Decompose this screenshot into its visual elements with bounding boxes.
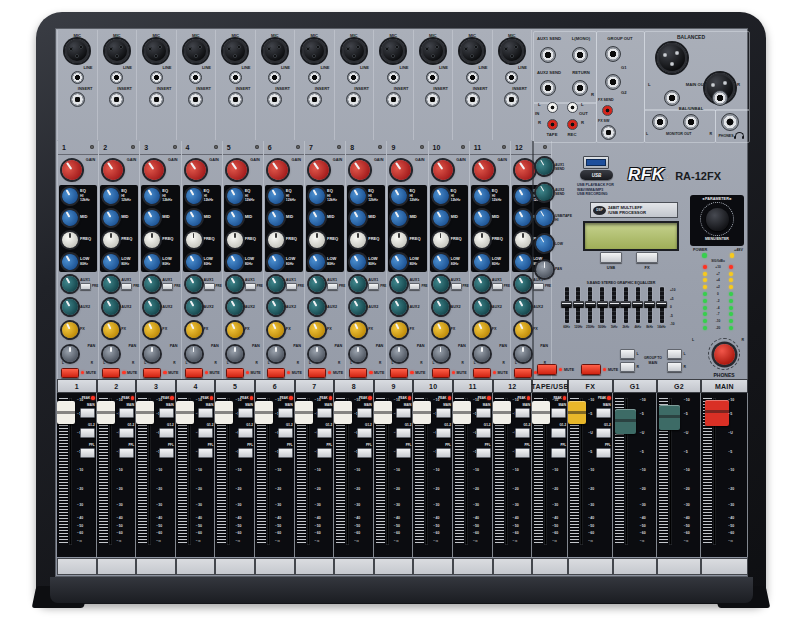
pan-knob[interactable]: [309, 346, 325, 362]
mute-button[interactable]: [61, 368, 79, 378]
fx-knob[interactable]: [224, 319, 245, 340]
geq-band-slider[interactable]: [612, 287, 616, 323]
pan-knob[interactable]: [268, 346, 284, 362]
aux2-knob[interactable]: [512, 296, 534, 318]
mute-button[interactable]: [349, 368, 367, 378]
fx-knob[interactable]: [265, 319, 286, 340]
mute-button[interactable]: [226, 368, 244, 378]
group-assign-button[interactable]: [551, 428, 566, 438]
fx-knob[interactable]: [183, 319, 204, 340]
usb-port[interactable]: [583, 156, 609, 169]
pan-knob[interactable]: [391, 346, 407, 362]
fx-mode-button[interactable]: [636, 252, 658, 263]
aux1-knob[interactable]: [265, 273, 287, 295]
group2-to-main-l-button[interactable]: [667, 349, 682, 359]
mute-button[interactable]: [267, 368, 285, 378]
group-assign-button[interactable]: [396, 428, 411, 438]
low-eq-knob[interactable]: [141, 251, 163, 273]
aux2-knob[interactable]: [347, 296, 369, 318]
pfl-button[interactable]: [317, 448, 332, 458]
geq-band-slider[interactable]: [600, 287, 604, 323]
pre-button[interactable]: [368, 283, 379, 290]
mid-eq-knob[interactable]: [59, 207, 81, 229]
mid-freq-knob[interactable]: [227, 232, 243, 248]
pfl-button[interactable]: [80, 448, 95, 458]
tape-hi-eq-knob[interactable]: [533, 206, 556, 229]
aux2-knob[interactable]: [388, 296, 410, 318]
mid-eq-knob[interactable]: [183, 207, 205, 229]
mute-button[interactable]: [390, 368, 408, 378]
mid-freq-knob[interactable]: [433, 232, 449, 248]
fx-knob[interactable]: [389, 319, 410, 340]
aux1-knob[interactable]: [347, 273, 369, 295]
pan-knob[interactable]: [515, 346, 531, 362]
aux2-knob[interactable]: [183, 296, 205, 318]
hi-eq-knob[interactable]: [100, 185, 122, 207]
hi-eq-knob[interactable]: [224, 185, 246, 207]
mid-eq-knob[interactable]: [347, 207, 369, 229]
main-assign-button[interactable]: [551, 408, 566, 418]
fader-cap[interactable]: [453, 401, 471, 424]
fx-mute-button[interactable]: [581, 364, 601, 375]
group-assign-button[interactable]: [476, 428, 491, 438]
aux1-knob[interactable]: [183, 273, 205, 295]
main-assign-button[interactable]: [119, 408, 134, 418]
phones-knob[interactable]: [714, 344, 735, 365]
pan-knob[interactable]: [350, 346, 366, 362]
geq-slider-cap[interactable]: [620, 301, 631, 307]
fx-knob[interactable]: [59, 319, 80, 340]
mute-button[interactable]: [432, 368, 450, 378]
low-eq-knob[interactable]: [388, 251, 410, 273]
main-assign-button[interactable]: [80, 408, 95, 418]
main-assign-button[interactable]: [596, 408, 611, 418]
main-assign-button[interactable]: [396, 408, 411, 418]
main-assign-button[interactable]: [198, 408, 213, 418]
gain-knob[interactable]: [140, 156, 168, 184]
gain-knob[interactable]: [470, 156, 498, 184]
low-eq-knob[interactable]: [59, 251, 81, 273]
tape-aux1-knob[interactable]: [533, 155, 556, 178]
gain-knob[interactable]: [387, 156, 415, 184]
fader-cap[interactable]: [57, 401, 75, 424]
main-assign-button[interactable]: [278, 408, 293, 418]
fx-knob[interactable]: [348, 319, 369, 340]
aux1-knob[interactable]: [512, 273, 534, 295]
mid-freq-knob[interactable]: [309, 232, 325, 248]
geq-slider-cap[interactable]: [561, 301, 572, 307]
fader-cap[interactable]: [374, 401, 392, 424]
geq-slider-cap[interactable]: [656, 301, 667, 307]
gain-knob[interactable]: [223, 156, 251, 184]
pfl-button[interactable]: [551, 448, 566, 458]
main-assign-button[interactable]: [238, 408, 253, 418]
pan-knob[interactable]: [62, 346, 78, 362]
group-assign-button[interactable]: [357, 428, 372, 438]
main-assign-button[interactable]: [159, 408, 174, 418]
gain-knob[interactable]: [99, 156, 127, 184]
mid-freq-knob[interactable]: [515, 232, 531, 248]
gain-knob[interactable]: [305, 156, 333, 184]
gain-knob[interactable]: [429, 156, 457, 184]
hi-eq-knob[interactable]: [59, 185, 81, 207]
low-eq-knob[interactable]: [183, 251, 205, 273]
hi-eq-knob[interactable]: [512, 185, 534, 207]
group-assign-button[interactable]: [317, 428, 332, 438]
mid-eq-knob[interactable]: [306, 207, 328, 229]
mid-eq-knob[interactable]: [265, 207, 287, 229]
pfl-button[interactable]: [596, 448, 611, 458]
pfl-button[interactable]: [396, 448, 411, 458]
fader-cap[interactable]: [334, 401, 352, 424]
geq-band-slider[interactable]: [576, 287, 580, 323]
aux1-knob[interactable]: [224, 273, 246, 295]
geq-band-slider[interactable]: [624, 287, 628, 323]
parameter-knob[interactable]: [706, 208, 729, 231]
mute-button[interactable]: [473, 368, 491, 378]
fader-cap[interactable]: [705, 400, 729, 426]
pfl-button[interactable]: [476, 448, 491, 458]
group1-to-main-r-button[interactable]: [620, 362, 635, 372]
pfl-button[interactable]: [515, 448, 530, 458]
mid-freq-knob[interactable]: [268, 232, 284, 248]
geq-slider-cap[interactable]: [644, 301, 655, 307]
mute-button[interactable]: [185, 368, 203, 378]
fx-knob[interactable]: [512, 319, 533, 340]
geq-band-slider[interactable]: [565, 287, 569, 323]
